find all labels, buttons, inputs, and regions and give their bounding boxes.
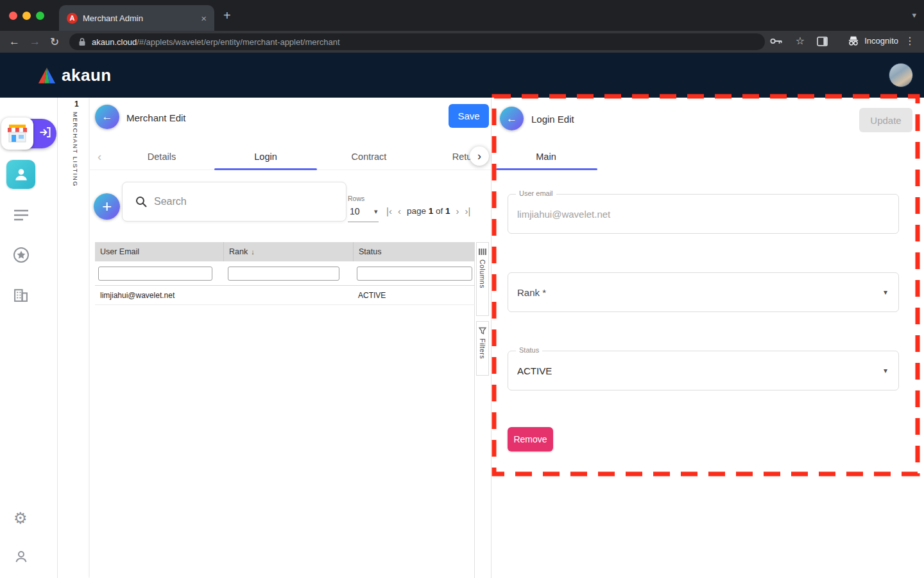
column-header-user-email[interactable]: User Email [95, 242, 223, 261]
sidebar-item-organization[interactable] [13, 287, 29, 306]
column-label: Rank [229, 247, 248, 256]
account-icon[interactable] [13, 549, 29, 567]
sidebar-item-users[interactable] [6, 160, 35, 189]
building-icon [13, 287, 29, 303]
save-button[interactable]: Save [449, 104, 489, 128]
next-page-icon[interactable]: › [456, 206, 459, 216]
rank-caret-icon: ▾ [884, 288, 887, 297]
columns-tool-label: Columns [479, 259, 486, 288]
forward-nav-icon[interactable]: → [30, 35, 40, 48]
site-favicon: A [67, 13, 78, 24]
tab-title: Merchant Admin [83, 13, 197, 23]
new-tab-button[interactable]: + [223, 8, 231, 23]
url-host: akaun.cloud [92, 37, 137, 47]
login-back-button[interactable]: ← [500, 107, 524, 130]
akaun-logo-icon [37, 67, 56, 84]
incognito-icon [847, 35, 860, 46]
search-input[interactable] [154, 196, 321, 207]
cell-status: ACTIVE [358, 286, 386, 305]
address-bar[interactable]: akaun.cloud/#/applets/wavelet/erp/entity… [69, 33, 765, 50]
filters-tool[interactable]: Filters [476, 321, 489, 376]
password-key-icon[interactable] [770, 36, 783, 48]
filters-tool-label: Filters [479, 338, 486, 359]
merchant-back-button[interactable]: ← [95, 105, 119, 129]
tab-list-chevron-icon[interactable]: ▾ [912, 10, 916, 20]
remove-button[interactable]: Remove [508, 427, 553, 451]
status-caret-icon: ▾ [884, 366, 887, 375]
rows-per-page-select[interactable]: 10 [350, 206, 360, 216]
reload-icon[interactable]: ↻ [50, 35, 59, 49]
favicon-letter: A [70, 14, 75, 22]
browser-toolbar: ← → ↻ akaun.cloud/#/applets/wavelet/erp/… [0, 31, 924, 53]
page-indicator: page 1 of 1 [407, 206, 450, 216]
first-page-icon[interactable]: |‹ [386, 206, 392, 216]
tab-close-icon[interactable]: × [201, 13, 207, 24]
search-box [122, 182, 346, 222]
browser-tab[interactable]: A Merchant Admin × [59, 5, 214, 31]
status-value: ACTIVE [517, 351, 552, 390]
login-edit-title: Login Edit [531, 114, 574, 125]
back-nav-icon[interactable]: ← [9, 35, 20, 48]
add-login-button[interactable]: + [94, 193, 120, 220]
active-tab-underline [496, 168, 597, 170]
tab-login[interactable]: Login [237, 152, 295, 162]
window-controls [9, 12, 44, 20]
merchant-applet-item[interactable] [1, 118, 33, 150]
filter-input-rank[interactable] [228, 267, 339, 281]
merchant-edit-panel: ← Merchant Edit Save ‹ Details Login Con… [90, 98, 491, 578]
person-outline-icon [13, 549, 29, 565]
table-row[interactable]: limjiahui@wavelet.net ACTIVE [95, 286, 475, 305]
column-label: Status [359, 247, 381, 256]
applet-tab-index: 1 [74, 100, 79, 109]
cell-user-email: limjiahui@wavelet.net [100, 286, 175, 305]
column-header-status[interactable]: Status [353, 242, 475, 261]
column-label: User Email [100, 247, 139, 256]
close-window-button[interactable] [9, 12, 17, 20]
page-word: page [407, 206, 426, 216]
update-button[interactable]: Update [859, 108, 912, 132]
browser-menu-icon[interactable]: ⋮ [905, 35, 915, 47]
active-tab-underline [214, 168, 317, 170]
incognito-badge: Incognito [847, 35, 898, 46]
filter-input-status[interactable] [357, 267, 472, 281]
user-email-field: User email limjiahui@wavelet.net [508, 194, 899, 234]
rank-select[interactable]: Rank * ▾ [508, 272, 899, 312]
rows-label: Rows [348, 195, 364, 202]
columns-tool[interactable]: Columns [476, 242, 489, 316]
sidebar-item-list[interactable] [13, 208, 30, 225]
lock-icon [78, 37, 86, 46]
status-select[interactable]: Status ACTIVE ▾ [508, 351, 899, 390]
tab-main[interactable]: Main [520, 152, 572, 162]
logo-text: akaun [62, 66, 112, 85]
chevron-right-icon: › [477, 150, 481, 163]
zoom-window-button[interactable] [36, 12, 44, 20]
login-arrow-icon [38, 126, 51, 141]
storefront-icon [6, 124, 28, 143]
filter-input-user-email[interactable] [98, 267, 212, 281]
bookmark-star-icon[interactable]: ☆ [796, 35, 805, 47]
tab-contract[interactable]: Contract [337, 152, 401, 162]
applet-sidebar: ⚙ [0, 98, 58, 578]
minimize-window-button[interactable] [22, 12, 31, 20]
tab-details[interactable]: Details [133, 152, 191, 162]
table-header: User Email Rank↓ Status [95, 242, 475, 261]
tabs-scroll-right-button[interactable]: › [470, 146, 489, 166]
merchant-tabs: ‹ Details Login Contract Retu [90, 144, 491, 170]
applet-tab-label[interactable]: MERCHANT LISTING [72, 112, 79, 187]
page-total: 1 [445, 206, 450, 216]
incognito-label: Incognito [864, 36, 898, 46]
applet-tab-strip: 1 MERCHANT LISTING [58, 98, 90, 578]
back-arrow-icon: ← [102, 110, 113, 123]
column-header-rank[interactable]: Rank↓ [223, 242, 353, 261]
tabs-scroll-left-icon[interactable]: ‹ [98, 150, 101, 164]
side-panel-icon[interactable] [817, 37, 828, 49]
user-email-value: limjiahui@wavelet.net [517, 195, 610, 233]
of-word: of [436, 206, 443, 216]
prev-page-icon[interactable]: ‹ [398, 206, 401, 216]
sidebar-item-favorites[interactable] [13, 247, 30, 266]
rank-label: Rank * [517, 273, 546, 311]
last-page-icon[interactable]: ›| [465, 206, 471, 216]
user-avatar[interactable] [889, 63, 913, 87]
app-header: akaun [0, 53, 924, 98]
settings-gear-icon[interactable]: ⚙ [13, 509, 28, 527]
